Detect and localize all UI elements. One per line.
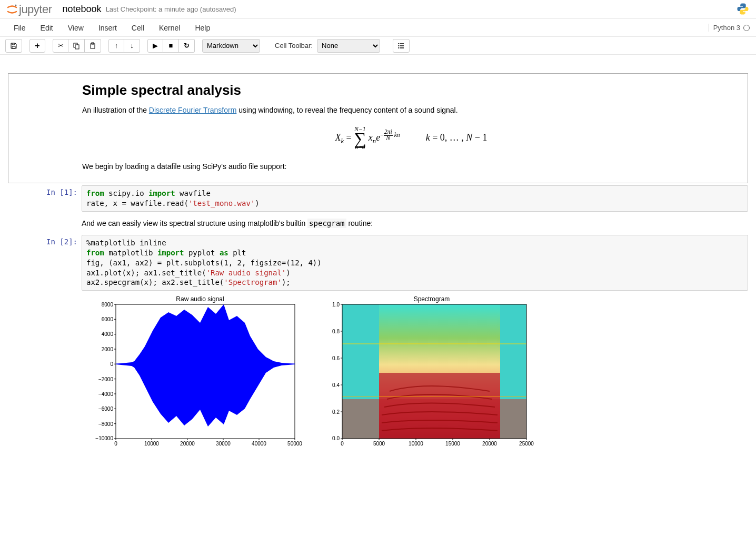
menu-file[interactable]: File — [6, 21, 33, 35]
svg-point-2 — [744, 13, 745, 14]
markdown-cell-1[interactable]: Simple spectral analysis An illustration… — [8, 73, 748, 183]
svg-text:1.0: 1.0 — [332, 302, 340, 308]
svg-text:10000: 10000 — [144, 441, 159, 447]
heading: Simple spectral analysis — [82, 82, 740, 98]
svg-text:8000: 8000 — [102, 302, 114, 308]
arrow-up-icon: ↑ — [115, 42, 118, 49]
menu-help[interactable]: Help — [187, 21, 217, 35]
svg-rect-4 — [75, 45, 79, 49]
svg-text:20000: 20000 — [180, 441, 195, 447]
svg-text:25000: 25000 — [519, 441, 534, 447]
command-palette-button[interactable] — [393, 39, 410, 53]
svg-text:20000: 20000 — [482, 441, 497, 447]
jupyter-logo[interactable]: jupyter — [6, 3, 52, 16]
svg-text:−8000: −8000 — [98, 421, 114, 427]
svg-point-1 — [740, 4, 741, 5]
stop-icon: ■ — [169, 42, 173, 49]
svg-text:0.0: 0.0 — [332, 435, 340, 441]
markdown-cell-2[interactable]: . And we can easily view its spectral st… — [8, 215, 748, 232]
menu-view[interactable]: View — [61, 21, 91, 35]
svg-text:4000: 4000 — [102, 331, 114, 337]
cell-type-select[interactable]: Markdown — [202, 39, 260, 53]
svg-text:50000: 50000 — [287, 441, 302, 447]
notebook-title[interactable]: notebook — [63, 4, 102, 15]
svg-text:40000: 40000 — [252, 441, 266, 447]
move-down-button[interactable]: ↓ — [124, 39, 140, 53]
cut-icon: ✂ — [58, 42, 64, 49]
code-input[interactable]: from scipy.io import wavfile rate, x = w… — [82, 185, 748, 212]
cell-toolbar-label: Cell Toolbar: — [273, 42, 315, 49]
checkpoint-text: Last Checkpoint: a minute ago (autosaved… — [106, 5, 236, 13]
code-cell-1[interactable]: In [1]: from scipy.io import wavfile rat… — [8, 185, 748, 212]
cut-button[interactable]: ✂ — [53, 39, 68, 53]
cell-toolbar-select[interactable]: None — [317, 39, 380, 53]
toolbar: + ✂ ↑ ↓ ▶ ■ ↻ Markdown Cell Toolbar: Non… — [0, 37, 756, 55]
menu-edit[interactable]: Edit — [33, 21, 61, 35]
input-prompt: In [1]: — [8, 185, 82, 196]
list-icon — [397, 42, 405, 49]
svg-text:0.4: 0.4 — [332, 382, 340, 388]
arrow-down-icon: ↓ — [130, 42, 134, 49]
run-icon: ▶ — [153, 42, 158, 49]
svg-point-0 — [15, 4, 17, 6]
svg-text:−10000: −10000 — [95, 435, 113, 441]
jupyter-icon — [6, 4, 18, 15]
plot1-title: Raw audio signal — [176, 295, 224, 303]
svg-text:0.8: 0.8 — [332, 329, 340, 334]
svg-text:0: 0 — [341, 441, 344, 447]
kernel-status: Python 3 — [709, 24, 750, 32]
svg-point-12 — [398, 47, 399, 48]
plot-spectrogram: Spectrogram — [319, 294, 534, 453]
dft-link[interactable]: Discrete Fourier Transform — [149, 106, 236, 114]
paragraph-1: An illustration of the Discrete Fourier … — [82, 105, 740, 116]
menu-cell[interactable]: Cell — [124, 21, 152, 35]
svg-text:0.2: 0.2 — [332, 409, 340, 415]
svg-text:30000: 30000 — [216, 441, 231, 447]
copy-icon — [73, 42, 80, 49]
md-body: And we can easily view its spectral stru… — [82, 215, 748, 232]
kernel-name: Python 3 — [709, 24, 740, 32]
svg-text:15000: 15000 — [445, 441, 460, 447]
svg-point-10 — [398, 43, 399, 44]
move-up-button[interactable]: ↑ — [108, 39, 124, 53]
svg-text:6000: 6000 — [102, 316, 114, 322]
menu-kernel[interactable]: Kernel — [152, 21, 187, 35]
run-button[interactable]: ▶ — [147, 39, 163, 53]
copy-button[interactable] — [68, 39, 85, 53]
add-cell-button[interactable]: + — [29, 39, 45, 53]
plot-raw-audio: Raw audio signal 8000 6000 4000 2000 0 −… — [82, 294, 303, 453]
equation: Xk = N−1 ∑ n=0 xne−2πiN kn k = 0, … , N … — [82, 120, 740, 157]
svg-text:0.6: 0.6 — [332, 355, 340, 361]
save-icon — [10, 42, 17, 49]
svg-text:−4000: −4000 — [98, 391, 114, 397]
menu-insert[interactable]: Insert — [91, 21, 124, 35]
svg-text:10000: 10000 — [409, 441, 423, 447]
plot2-title: Spectrogram — [414, 295, 450, 303]
restart-button[interactable]: ↻ — [179, 39, 195, 53]
stop-button[interactable]: ■ — [163, 39, 179, 53]
python-icon — [736, 2, 750, 16]
svg-text:0: 0 — [110, 361, 113, 367]
save-button[interactable] — [5, 39, 22, 53]
menubar: File Edit View Insert Cell Kernel Help P… — [0, 19, 756, 37]
kernel-idle-icon — [743, 25, 750, 31]
svg-text:−2000: −2000 — [98, 376, 114, 382]
header-bar: jupyter notebook Last Checkpoint: a minu… — [0, 0, 756, 19]
notebook-container: Simple spectral analysis An illustration… — [0, 65, 756, 465]
svg-text:−6000: −6000 — [98, 406, 114, 412]
svg-text:2000: 2000 — [102, 346, 114, 352]
output-area: Raw audio signal 8000 6000 4000 2000 0 −… — [8, 292, 748, 455]
logo-text: jupyter — [19, 3, 52, 16]
restart-icon: ↻ — [184, 42, 190, 49]
svg-text:0: 0 — [114, 441, 117, 447]
code-cell-2[interactable]: In [2]: %matplotlib inline from matplotl… — [8, 235, 748, 291]
input-prompt: In [2]: — [8, 235, 82, 246]
svg-text:5000: 5000 — [373, 441, 385, 447]
paragraph-2: We begin by loading a datafile using Sci… — [82, 161, 740, 172]
svg-point-11 — [398, 45, 399, 46]
paste-button[interactable] — [85, 39, 101, 53]
code-input[interactable]: %matplotlib inline from matplotlib impor… — [82, 235, 748, 291]
plus-icon: + — [35, 41, 39, 51]
paste-icon — [89, 42, 96, 49]
